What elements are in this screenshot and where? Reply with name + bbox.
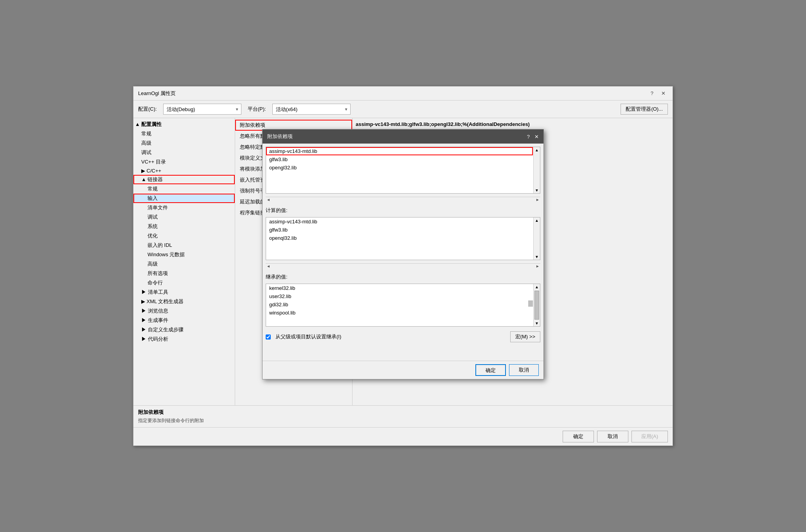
value-display: assimp-vc143-mtd.lib;glfw3.lib;opengl32.… xyxy=(356,121,669,127)
tree-item-vcpp-dirs[interactable]: VC++ 目录 xyxy=(133,157,235,167)
tree-item-manifest-tool[interactable]: ▶ 清单工具 xyxy=(133,288,235,297)
inherited-item-1: user32.lib xyxy=(266,292,533,300)
modal-title: 附加依赖项 xyxy=(267,133,293,140)
edit-scroll-down[interactable]: ▼ xyxy=(534,187,540,193)
edit-list-container[interactable]: assimp-vc143-mtd.lib glfw3.lib opengl32.… xyxy=(266,147,540,194)
edit-list-item-2[interactable]: opengl32.lib xyxy=(266,164,533,172)
edit-list-item-1[interactable]: glfw3.lib xyxy=(266,155,533,164)
main-ok-btn[interactable]: 确定 xyxy=(563,431,594,442)
platform-select[interactable]: 活动(x64) xyxy=(272,104,351,115)
tree-item-optimize[interactable]: 优化 xyxy=(133,231,235,241)
inherited-scroll-up[interactable]: ▲ xyxy=(534,284,540,290)
computed-item-1: glfw3.lib xyxy=(266,226,533,234)
edit-list-scrollbar: ▲ ▼ xyxy=(533,147,540,193)
tree-item-system[interactable]: 系统 xyxy=(133,222,235,231)
tree-item-advanced[interactable]: 高级 xyxy=(133,138,235,148)
platform-select-wrapper[interactable]: 活动(x64) xyxy=(272,104,351,115)
modal-close-btn[interactable]: ✕ xyxy=(534,134,539,140)
computed-scrollbar: ▲ ▼ xyxy=(533,217,540,260)
config-manager-btn[interactable]: 配置管理器(O)... xyxy=(621,104,668,115)
tree-item-manifest-file[interactable]: 清单文件 xyxy=(133,203,235,212)
modal-title-bar: 附加依赖项 ? ✕ xyxy=(263,129,543,144)
tree-item-debug[interactable]: 调试 xyxy=(133,148,235,157)
tree-item-link-debug[interactable]: 调试 xyxy=(133,212,235,222)
inherit-checkbox[interactable] xyxy=(266,334,271,340)
computed-item-2: openql32.lib xyxy=(266,234,533,242)
tree-item-custom-steps[interactable]: ▶ 自定义生成步骤 xyxy=(133,325,235,334)
computed-h-scroll-right[interactable]: ► xyxy=(536,264,540,268)
modal-overlay: 附加依赖项 ? ✕ assimp-vc143-mtd.lib glfw3.lib… xyxy=(262,129,544,379)
tree-item-xml-gen[interactable]: ▶ XML 文档生成器 xyxy=(133,297,235,306)
bottom-panel: 附加依赖项 指定要添加到链接命令行的附加 xyxy=(133,405,673,427)
computed-label: 计算的值: xyxy=(266,207,540,214)
computed-h-scrollbar: ◄ ► xyxy=(266,263,540,269)
computed-item-0: assimp-vc143-mtd.lib xyxy=(266,217,533,226)
tree-item-all-options[interactable]: 所有选项 xyxy=(133,269,235,278)
modal-ok-btn[interactable]: 确定 xyxy=(475,364,506,376)
config-select[interactable]: 活动(Debug) xyxy=(163,104,241,115)
computed-list-container: assimp-vc143-mtd.lib glfw3.lib openql32.… xyxy=(266,217,540,260)
modal-title-controls: ? ✕ xyxy=(527,134,539,140)
inherited-item-3: winspool.lib xyxy=(266,309,533,317)
config-label: 配置(C): xyxy=(138,106,157,113)
tree-panel: ▲ 配置属性 常规 高级 调试 VC++ 目录 ▶ C/C++ ▲ 链接器 常规… xyxy=(133,118,235,405)
inherited-scrollbar: ▲ ▼ xyxy=(533,284,540,326)
main-title-bar: LearnOgl 属性页 ? ✕ xyxy=(133,86,673,101)
tree-item-advanced2[interactable]: 高级 xyxy=(133,259,235,269)
tree-item-general[interactable]: 常规 xyxy=(133,129,235,138)
config-select-wrapper[interactable]: 活动(Debug) xyxy=(163,104,241,115)
inherited-scrollbar-thumb xyxy=(528,300,533,307)
inherited-item-0: kernel32.lib xyxy=(266,284,533,292)
computed-scroll-down[interactable]: ▼ xyxy=(534,254,540,260)
main-apply-btn[interactable]: 应用(A) xyxy=(631,431,668,442)
tree-item-config-props[interactable]: ▲ 配置属性 xyxy=(133,120,235,129)
bottom-prop-desc: 指定要添加到链接命令行的附加 xyxy=(138,417,668,424)
main-help-btn[interactable]: ? xyxy=(648,90,656,97)
edit-h-scrollbar: ◄ ► xyxy=(266,197,540,202)
edit-h-scroll-right[interactable]: ► xyxy=(536,198,540,202)
config-bar: 配置(C): 活动(Debug) 平台(P): 活动(x64) 配置管理器(O)… xyxy=(133,101,673,118)
modal-options: 从父级或项目默认设置继承(I) 宏(M) >> xyxy=(266,331,540,342)
main-dialog-title: LearnOgl 属性页 xyxy=(138,90,176,97)
computed-scroll-up[interactable]: ▲ xyxy=(534,217,540,223)
tree-item-build-events[interactable]: ▶ 生成事件 xyxy=(133,316,235,325)
main-close-btn[interactable]: ✕ xyxy=(659,90,668,97)
inherited-scroll-down[interactable]: ▼ xyxy=(534,320,540,326)
dialog-footer: 确定 取消 应用(A) xyxy=(133,427,673,446)
inherited-scroll-thumb xyxy=(534,291,539,320)
tree-item-link-general[interactable]: 常规 xyxy=(133,184,235,194)
edit-h-scroll-left[interactable]: ◄ xyxy=(266,198,270,202)
modal-content: assimp-vc143-mtd.lib glfw3.lib opengl32.… xyxy=(263,144,543,361)
tree-item-link-input[interactable]: 输入 xyxy=(133,194,235,203)
tree-item-cpp[interactable]: ▶ C/C++ xyxy=(133,167,235,175)
inherited-item-2: gdi32.lib xyxy=(266,300,533,309)
edit-list-item-0[interactable]: assimp-vc143-mtd.lib xyxy=(266,147,533,155)
tree-item-windows-meta[interactable]: Windows 元数据 xyxy=(133,250,235,259)
modal-footer: 确定 取消 xyxy=(263,361,543,379)
inherit-checkbox-label: 从父级或项目默认设置继承(I) xyxy=(275,333,341,340)
computed-h-scroll-left[interactable]: ◄ xyxy=(266,264,270,268)
tree-expand-icon: ▲ xyxy=(135,121,141,127)
modal-cancel-btn[interactable]: 取消 xyxy=(509,364,539,376)
tree-item-command-line[interactable]: 命令行 xyxy=(133,278,235,288)
inherited-label: 继承的值: xyxy=(266,273,540,280)
tree-item-embedded-idl[interactable]: 嵌入的 IDL xyxy=(133,241,235,250)
bottom-prop-name: 附加依赖项 xyxy=(138,409,668,416)
edit-scroll-up[interactable]: ▲ xyxy=(534,147,540,153)
macro-btn[interactable]: 宏(M) >> xyxy=(510,331,540,342)
title-bar-controls: ? ✕ xyxy=(648,90,668,97)
tree-item-browse-info[interactable]: ▶ 浏览信息 xyxy=(133,306,235,316)
platform-label: 平台(P): xyxy=(248,106,266,113)
main-cancel-btn[interactable]: 取消 xyxy=(597,431,628,442)
modal-dialog: 附加依赖项 ? ✕ assimp-vc143-mtd.lib glfw3.lib… xyxy=(262,129,544,379)
inherited-list-container: kernel32.lib user32.lib gdi32.lib winspo… xyxy=(266,284,540,327)
modal-help-btn[interactable]: ? xyxy=(527,134,530,140)
tree-item-code-analysis[interactable]: ▶ 代码分析 xyxy=(133,334,235,344)
tree-item-linker[interactable]: ▲ 链接器 xyxy=(133,175,235,184)
